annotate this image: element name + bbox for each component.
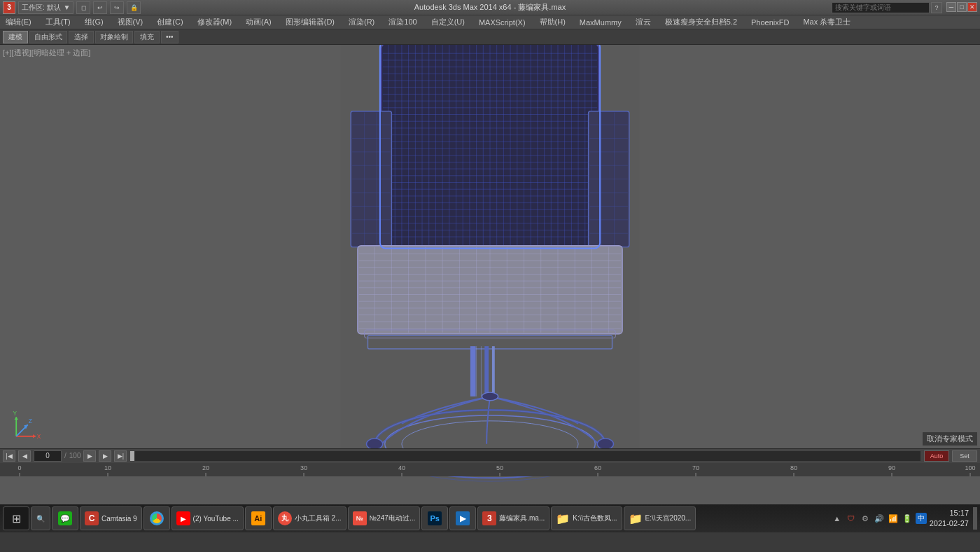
menu-help[interactable]: 帮助(H) — [537, 17, 568, 27]
youtube-label: (2) YouTube ... — [193, 515, 239, 523]
system-clock[interactable]: 15:17 2021-02-27 — [930, 508, 969, 530]
illustrator-icon: Ai — [251, 511, 265, 525]
expert-mode-label[interactable]: 取消专家模式 — [923, 432, 977, 446]
menu-speedsafe[interactable]: 极速瘦身安全归档5.2 — [662, 17, 740, 27]
timeline-cursor[interactable] — [130, 451, 134, 461]
svg-marker-133 — [33, 434, 36, 439]
menu-maxmummy[interactable]: MaxMummy — [577, 18, 624, 27]
menu-tools[interactable]: 工具(T) — [43, 17, 74, 27]
taskbar-no247[interactable]: № №247电动过... — [348, 506, 421, 530]
camtasia-icon: C — [85, 511, 99, 525]
menu-create[interactable]: 创建(C) — [154, 17, 186, 27]
workspace-dropdown[interactable]: 工作区: 默认 ▼ — [18, 1, 74, 14]
menu-maxscript[interactable]: MAXScript(X) — [476, 18, 528, 27]
toolbar-icon2[interactable]: ↩ — [93, 1, 107, 14]
start-button[interactable]: ⊞ — [3, 506, 29, 530]
tab-build[interactable]: 建模 — [3, 31, 28, 43]
toolbar-icon3[interactable]: ↪ — [110, 1, 124, 14]
total-frames: 100 — [69, 452, 81, 460]
taskbar-chrome[interactable] — [144, 506, 170, 530]
photoshop-icon: Ps — [428, 511, 442, 525]
tab-more[interactable]: ••• — [161, 31, 178, 43]
menu-zhanyun[interactable]: 渲云 — [633, 17, 654, 27]
svg-marker-136 — [14, 417, 18, 420]
svg-text:Y: Y — [13, 410, 18, 417]
systray-icon3[interactable]: ⚙ — [860, 513, 871, 524]
next-frame-btn[interactable]: ▶ — [99, 450, 111, 462]
menu-antivirus[interactable]: Max 杀毒卫士 — [800, 17, 853, 27]
timeline-track[interactable] — [130, 450, 921, 462]
taskbar-marutools[interactable]: 丸 小丸工具箱 2... — [273, 506, 346, 530]
timeline-area: |◀ ◀ / 100 ▶ ▶ ▶| Auto Set 0 — [0, 448, 980, 476]
svg-text:X: X — [37, 434, 41, 440]
no247-icon: № — [353, 511, 367, 525]
set-key-btn[interactable]: Set — [952, 450, 977, 462]
menu-graph-editor[interactable]: 图形编辑器(D) — [283, 17, 337, 27]
3dsmax-label: 藤编家具.ma... — [499, 513, 545, 523]
taskbar-right: ▲ 🛡 ⚙ 🔊 📶 🔋 中 15:17 2021-02-27 — [832, 507, 977, 530]
search-taskbar-icon: 🔍 — [36, 515, 45, 523]
show-desktop-btn[interactable] — [973, 507, 977, 530]
systray-icon6[interactable]: 🔋 — [902, 513, 913, 524]
systray-input-method[interactable]: 中 — [916, 513, 927, 524]
auto-key-btn[interactable]: Auto — [924, 450, 949, 462]
viewport-area: [+][透视][明暗处理 + 边面] — [0, 45, 980, 504]
menu-bar: 编辑(E) 工具(T) 组(G) 视图(V) 创建(C) 修改器(M) 动画(A… — [0, 15, 980, 29]
taskbar-photoshop[interactable]: Ps — [421, 506, 448, 530]
taskbar-blueapp[interactable]: ▶ — [449, 506, 476, 530]
systray-icon1[interactable]: ▲ — [832, 513, 843, 524]
camtasia-label: Camtasia 9 — [102, 515, 137, 523]
minimize-btn[interactable]: ─ — [946, 2, 956, 12]
titlebar-left: 3 工作区: 默认 ▼ ◻ ↩ ↪ 🔒 — [3, 1, 141, 14]
tab-select[interactable]: 选择 — [69, 31, 94, 43]
systray-antivirus[interactable]: 🛡 — [846, 513, 857, 524]
axis-indicator: X Y Z — [10, 410, 42, 443]
menu-customize[interactable]: 自定义(U) — [428, 17, 468, 27]
timeline-numbers: 0 10 20 30 40 50 60 70 80 90 100 — [0, 463, 980, 477]
start-icon: ⊞ — [12, 512, 21, 525]
help-btn[interactable]: ? — [931, 2, 942, 13]
frame-input[interactable] — [34, 450, 62, 462]
menu-modifier[interactable]: 修改器(M) — [195, 17, 235, 27]
menu-render100[interactable]: 渲染100 — [386, 17, 419, 27]
title-bar: 3 工作区: 默认 ▼ ◻ ↩ ↪ 🔒 Autodesk 3ds Max 201… — [0, 0, 980, 15]
menu-group[interactable]: 组(G) — [82, 17, 106, 27]
tab-freeform[interactable]: 自由形式 — [29, 31, 67, 43]
folder-k-icon: 📁 — [556, 511, 570, 525]
goto-start-btn[interactable]: |◀ — [3, 450, 15, 462]
youtube-icon: ▶ — [176, 511, 190, 525]
taskbar-3dsmax[interactable]: 3 藤编家具.ma... — [477, 506, 550, 530]
taskbar-youtube[interactable]: ▶ (2) YouTube ... — [172, 506, 244, 530]
timeline-ticks — [0, 473, 980, 477]
prev-frame-btn[interactable]: ◀ — [18, 450, 31, 462]
systray-network[interactable]: 📶 — [888, 513, 899, 524]
menu-phoenixfd[interactable]: PhoenixFD — [748, 18, 792, 27]
menu-view[interactable]: 视图(V) — [115, 17, 146, 27]
marutools-icon: 丸 — [278, 511, 292, 525]
menu-render[interactable]: 渲染(R) — [346, 17, 377, 27]
systray-icon4[interactable]: 🔊 — [874, 513, 885, 524]
chair-container — [0, 45, 980, 476]
taskbar-ai[interactable]: Ai — [245, 506, 272, 530]
close-btn[interactable]: ✕ — [967, 2, 977, 12]
clock-date: 2021-02-27 — [930, 518, 969, 529]
menu-edit[interactable]: 编辑(E) — [3, 17, 34, 27]
taskbar-folder-k[interactable]: 📁 K:\\古色数凤... — [551, 506, 622, 530]
toolbar-icon4[interactable]: 🔒 — [127, 1, 141, 14]
viewport-3d[interactable]: [+][透视][明暗处理 + 边面] — [0, 45, 980, 476]
marutools-label: 小丸工具箱 2... — [295, 513, 342, 523]
tab-obj-paint[interactable]: 对象绘制 — [95, 31, 133, 43]
menu-animation[interactable]: 动画(A) — [243, 17, 274, 27]
play-btn[interactable]: ▶ — [83, 450, 96, 462]
taskbar-camtasia[interactable]: C Camtasia 9 — [80, 506, 142, 530]
toolbar-icon1[interactable]: ◻ — [76, 1, 90, 14]
app-logo-btn[interactable]: 3 — [3, 1, 15, 14]
maximize-btn[interactable]: □ — [957, 2, 967, 12]
taskbar-search[interactable]: 🔍 — [31, 506, 50, 530]
taskbar-folder-e[interactable]: 📁 E:\\天宫2020... — [624, 506, 696, 530]
goto-end-btn[interactable]: ▶| — [114, 450, 127, 462]
tab-fill[interactable]: 填充 — [134, 31, 160, 43]
toolbar2: 建模 自由形式 选择 对象绘制 填充 ••• — [0, 29, 980, 45]
search-input[interactable] — [832, 2, 930, 13]
taskbar-wechat[interactable]: 💬 — [52, 506, 78, 530]
